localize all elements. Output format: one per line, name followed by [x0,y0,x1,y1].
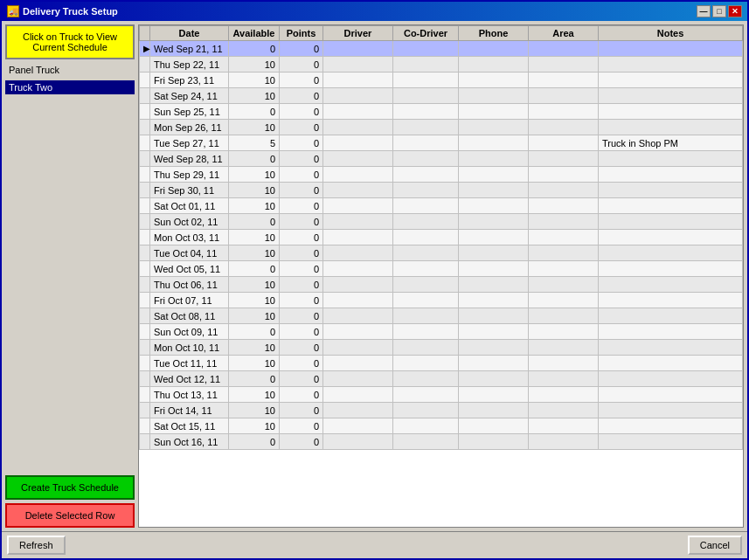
row-area[interactable] [529,120,599,135]
row-area[interactable] [529,340,599,356]
row-area[interactable] [529,167,599,183]
row-area[interactable] [529,88,599,104]
row-codriver[interactable] [393,261,459,277]
row-area[interactable] [529,245,599,261]
view-schedule-button[interactable]: Click on Truck to View Current Schedule [5,24,135,59]
row-notes[interactable] [599,120,743,135]
row-area[interactable] [529,418,599,434]
row-phone[interactable] [459,293,529,308]
minimize-button[interactable]: — [697,5,711,17]
row-codriver[interactable] [393,293,459,308]
table-row[interactable]: Wed Sep 28, 1100 [140,151,743,167]
row-area[interactable] [529,277,599,293]
row-area[interactable] [529,104,599,120]
row-driver[interactable] [323,308,393,324]
row-notes[interactable] [599,356,743,371]
row-phone[interactable] [459,308,529,324]
row-codriver[interactable] [393,308,459,324]
row-area[interactable] [529,57,599,73]
maximize-button[interactable]: □ [712,5,726,17]
row-area[interactable] [529,73,599,88]
row-driver[interactable] [323,371,393,387]
row-notes[interactable] [599,308,743,324]
row-driver[interactable] [323,198,393,214]
row-driver[interactable] [323,135,393,151]
row-codriver[interactable] [393,371,459,387]
row-phone[interactable] [459,387,529,403]
row-phone[interactable] [459,135,529,151]
row-driver[interactable] [323,151,393,167]
cancel-button[interactable]: Cancel [688,536,742,555]
row-driver[interactable] [323,230,393,245]
row-codriver[interactable] [393,135,459,151]
row-area[interactable] [529,356,599,371]
row-phone[interactable] [459,418,529,434]
row-phone[interactable] [459,277,529,293]
row-notes[interactable] [599,230,743,245]
row-area[interactable] [529,135,599,151]
row-codriver[interactable] [393,434,459,450]
row-notes[interactable]: Truck in Shop PM [599,135,743,151]
row-area[interactable] [529,371,599,387]
table-row[interactable]: Fri Sep 23, 11100 [140,73,743,88]
row-area[interactable] [529,434,599,450]
row-notes[interactable] [599,403,743,418]
table-row[interactable]: Sat Oct 08, 11100 [140,308,743,324]
row-driver[interactable] [323,183,393,198]
row-codriver[interactable] [393,151,459,167]
row-phone[interactable] [459,371,529,387]
row-driver[interactable] [323,57,393,73]
table-row[interactable]: Thu Sep 29, 11100 [140,167,743,183]
row-phone[interactable] [459,57,529,73]
row-driver[interactable] [323,418,393,434]
row-notes[interactable] [599,371,743,387]
table-row[interactable]: Fri Oct 07, 11100 [140,293,743,308]
row-driver[interactable] [323,356,393,371]
row-codriver[interactable] [393,104,459,120]
row-driver[interactable] [323,277,393,293]
row-notes[interactable] [599,293,743,308]
row-phone[interactable] [459,88,529,104]
row-driver[interactable] [323,261,393,277]
row-notes[interactable] [599,324,743,340]
table-row[interactable]: Sat Oct 15, 11100 [140,418,743,434]
table-row[interactable]: Wed Oct 12, 1100 [140,371,743,387]
row-area[interactable] [529,230,599,245]
row-codriver[interactable] [393,167,459,183]
row-phone[interactable] [459,120,529,135]
row-notes[interactable] [599,418,743,434]
row-phone[interactable] [459,167,529,183]
row-notes[interactable] [599,214,743,230]
refresh-button[interactable]: Refresh [7,536,66,555]
row-phone[interactable] [459,151,529,167]
row-codriver[interactable] [393,198,459,214]
row-phone[interactable] [459,104,529,120]
table-row[interactable]: Tue Oct 04, 11100 [140,245,743,261]
row-driver[interactable] [323,434,393,450]
row-area[interactable] [529,308,599,324]
table-row[interactable]: Sun Sep 25, 1100 [140,104,743,120]
table-row[interactable]: Tue Oct 11, 11100 [140,356,743,371]
row-driver[interactable] [323,41,393,57]
table-row[interactable]: Sun Oct 09, 1100 [140,324,743,340]
row-driver[interactable] [323,245,393,261]
row-area[interactable] [529,403,599,418]
row-notes[interactable] [599,261,743,277]
row-codriver[interactable] [393,277,459,293]
row-area[interactable] [529,151,599,167]
row-area[interactable] [529,261,599,277]
row-area[interactable] [529,324,599,340]
table-row[interactable]: Sat Oct 01, 11100 [140,198,743,214]
row-notes[interactable] [599,167,743,183]
row-notes[interactable] [599,198,743,214]
row-area[interactable] [529,183,599,198]
row-phone[interactable] [459,403,529,418]
table-row[interactable]: Thu Oct 06, 11100 [140,277,743,293]
row-area[interactable] [529,41,599,57]
row-driver[interactable] [323,167,393,183]
table-row[interactable]: Mon Oct 10, 11100 [140,340,743,356]
row-codriver[interactable] [393,214,459,230]
table-container[interactable]: Date Available Points Driver Co-Driver P… [139,25,743,527]
row-codriver[interactable] [393,403,459,418]
row-area[interactable] [529,198,599,214]
